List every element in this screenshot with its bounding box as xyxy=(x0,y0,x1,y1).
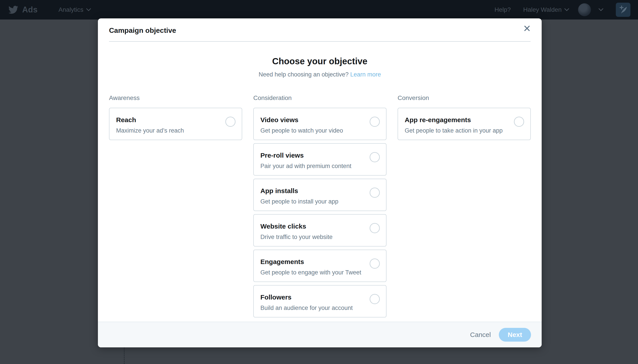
chevron-down-icon xyxy=(86,8,91,11)
modal-header: Campaign objective xyxy=(109,18,531,42)
navbar-left: Ads Analytics xyxy=(8,5,91,15)
navbar-right: Help? Haley Walden xyxy=(495,3,630,17)
card-description: Get people to install your app xyxy=(260,198,364,205)
card-description: Drive traffic to your website xyxy=(260,234,364,240)
card-description: Maximize your ad’s reach xyxy=(116,127,220,134)
consideration-column: Consideration Video views Get people to … xyxy=(253,94,386,320)
compose-tweet-button[interactable] xyxy=(616,3,630,17)
radio-button[interactable] xyxy=(370,223,380,233)
close-icon xyxy=(524,25,530,32)
conversion-column: Conversion App re-engagements Get people… xyxy=(397,94,531,320)
analytics-menu-label: Analytics xyxy=(59,6,83,13)
next-button[interactable]: Next xyxy=(499,328,531,342)
objective-card-pre-roll-views[interactable]: Pre-roll views Pair your ad with premium… xyxy=(253,143,386,176)
choose-objective-heading: Choose your objective xyxy=(109,56,531,66)
radio-button[interactable] xyxy=(370,152,380,162)
help-label: Help? xyxy=(495,6,511,13)
modal-title: Campaign objective xyxy=(109,26,176,34)
twitter-bird-icon xyxy=(8,5,19,15)
card-description: Get people to take action in your app xyxy=(405,127,508,134)
objective-card-website-clicks[interactable]: Website clicks Drive traffic to your web… xyxy=(253,214,386,246)
objective-card-app-installs[interactable]: App installs Get people to install your … xyxy=(253,179,386,211)
objective-card-reach[interactable]: Reach Maximize your ad’s reach xyxy=(109,108,242,140)
objective-card-engagements[interactable]: Engagements Get people to engage with yo… xyxy=(253,250,386,282)
radio-button[interactable] xyxy=(370,188,380,198)
campaign-objective-modal: Campaign objective Choose your objective… xyxy=(98,18,542,347)
radio-button[interactable] xyxy=(225,116,236,127)
conversion-column-label: Conversion xyxy=(397,94,531,102)
objective-help-text: Need help choosing an objective? Learn m… xyxy=(109,71,531,78)
objective-card-video-views[interactable]: Video views Get people to watch your vid… xyxy=(253,108,386,140)
card-title: App installs xyxy=(260,187,364,195)
compose-feather-icon xyxy=(619,5,627,14)
card-description: Get people to engage with your Tweet xyxy=(260,269,364,276)
radio-button[interactable] xyxy=(370,116,380,127)
underlay-page-divider xyxy=(124,347,125,364)
avatar[interactable] xyxy=(578,3,591,16)
radio-button[interactable] xyxy=(514,116,524,127)
card-description: Build an audience for your account xyxy=(260,304,364,312)
account-menu[interactable]: Haley Walden xyxy=(523,6,569,13)
card-title: Engagements xyxy=(260,258,364,266)
card-title: Pre-roll views xyxy=(260,152,364,159)
help-link[interactable]: Help? xyxy=(495,6,511,13)
awareness-column-label: Awareness xyxy=(109,94,242,102)
card-title: App re-engagements xyxy=(405,116,508,124)
card-title: Website clicks xyxy=(260,222,364,230)
radio-button[interactable] xyxy=(370,294,380,304)
user-name-label: Haley Walden xyxy=(523,6,562,13)
radio-button[interactable] xyxy=(370,258,380,269)
help-question-text: Need help choosing an objective? xyxy=(259,71,350,78)
ads-brand-label: Ads xyxy=(22,5,38,14)
card-title: Reach xyxy=(116,116,220,124)
chevron-down-icon[interactable] xyxy=(598,8,603,11)
top-navbar: Ads Analytics Help? Haley Walden xyxy=(0,0,638,20)
card-description: Get people to watch your video xyxy=(260,127,364,134)
modal-footer: Cancel Next xyxy=(98,322,542,347)
objective-columns: Awareness Reach Maximize your ad’s reach… xyxy=(109,94,531,320)
analytics-menu[interactable]: Analytics xyxy=(59,6,91,13)
learn-more-link[interactable]: Learn more xyxy=(350,71,381,78)
chevron-down-icon xyxy=(564,8,569,11)
modal-body: Choose your objective Need help choosing… xyxy=(98,42,542,322)
awareness-column: Awareness Reach Maximize your ad’s reach xyxy=(109,94,242,320)
objective-card-followers[interactable]: Followers Build an audience for your acc… xyxy=(253,285,386,318)
card-description: Pair your ad with premium content xyxy=(260,163,364,170)
card-title: Followers xyxy=(260,294,364,301)
objective-card-app-re-engagements[interactable]: App re-engagements Get people to take ac… xyxy=(397,108,531,140)
card-title: Video views xyxy=(260,116,364,124)
cancel-button[interactable]: Cancel xyxy=(470,331,491,338)
consideration-column-label: Consideration xyxy=(253,94,386,102)
close-button[interactable] xyxy=(522,24,532,34)
